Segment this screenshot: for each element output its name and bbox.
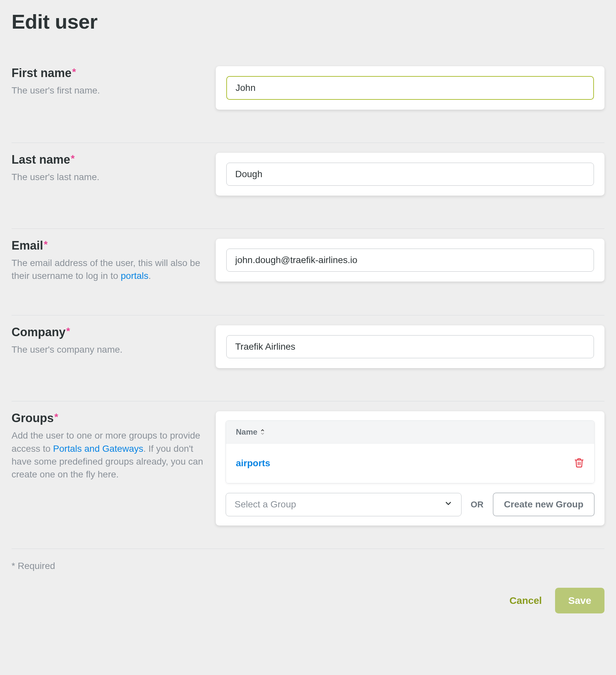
group-select-placeholder: Select a Group (234, 499, 296, 510)
first-name-description: The user's first name. (11, 84, 206, 97)
company-description: The user's company name. (11, 343, 206, 356)
email-section: Email* The email address of the user, th… (11, 239, 605, 315)
groups-actions: Select a Group OR Create new Group (226, 493, 595, 516)
email-label: Email* (11, 239, 206, 252)
groups-card: Name airports (216, 411, 605, 526)
create-group-button[interactable]: Create new Group (493, 493, 595, 516)
cancel-button[interactable]: Cancel (509, 595, 542, 606)
company-section: Company* The user's company name. (11, 325, 605, 401)
table-row: airports (226, 443, 594, 483)
group-name-link[interactable]: airports (236, 458, 270, 468)
groups-table: Name airports (226, 421, 595, 483)
page-title: Edit user (11, 10, 605, 33)
or-separator: OR (471, 500, 484, 510)
portals-gateways-link[interactable]: Portals and Gateways (53, 444, 143, 454)
last-name-section: Last name* The user's last name. (11, 153, 605, 229)
chevron-down-icon (444, 499, 453, 510)
sort-icon (260, 429, 265, 435)
company-input-card (216, 325, 605, 368)
email-input[interactable] (226, 248, 594, 272)
portals-link[interactable]: portals (121, 271, 149, 281)
email-description: The email address of the user, this will… (11, 256, 206, 282)
required-star-icon: * (71, 153, 75, 164)
first-name-section: First name* The user's first name. (11, 66, 605, 143)
required-star-icon: * (72, 66, 76, 77)
groups-description: Add the user to one or more groups to pr… (11, 429, 206, 481)
last-name-label: Last name* (11, 153, 206, 167)
required-star-icon: * (66, 325, 70, 336)
last-name-description: The user's last name. (11, 170, 206, 183)
groups-column-name[interactable]: Name (236, 427, 265, 437)
save-button[interactable]: Save (555, 588, 605, 613)
trash-icon[interactable] (574, 457, 585, 469)
footer-actions: Cancel Save (11, 588, 605, 613)
groups-label: Groups* (11, 411, 206, 425)
email-input-card (216, 239, 605, 282)
last-name-input[interactable] (226, 163, 594, 186)
required-star-icon: * (44, 239, 48, 249)
groups-table-header: Name (226, 421, 594, 443)
group-select[interactable]: Select a Group (226, 493, 462, 516)
company-label: Company* (11, 325, 206, 339)
groups-section: Groups* Add the user to one or more grou… (11, 411, 605, 545)
first-name-input[interactable] (226, 76, 594, 100)
company-input[interactable] (226, 335, 594, 358)
footer: * Required Cancel Save (11, 548, 605, 613)
first-name-input-card (216, 66, 605, 109)
first-name-label: First name* (11, 66, 206, 80)
required-star-icon: * (54, 411, 58, 422)
last-name-input-card (216, 153, 605, 196)
required-note: * Required (11, 561, 605, 571)
